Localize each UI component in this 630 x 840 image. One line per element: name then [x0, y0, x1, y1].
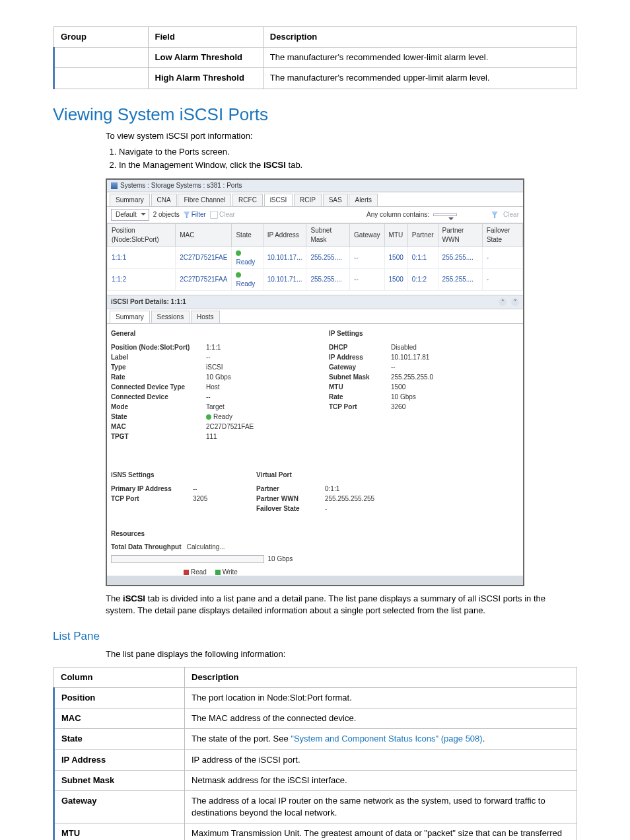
tab-iscsi[interactable]: iSCSI [264, 194, 293, 206]
th-column: Column [54, 667, 185, 687]
clear-link-right[interactable]: Clear [503, 210, 519, 219]
list-pane-heading: List Pane [53, 629, 577, 644]
tab-rcfc[interactable]: RCFC [232, 194, 263, 206]
list-pane-intro: The list pane displays the following inf… [106, 648, 577, 660]
cell-col: MTU [54, 823, 185, 840]
tab-rcip[interactable]: RCIP [294, 194, 322, 206]
cell-col: Gateway [54, 791, 185, 823]
cell-col: Subnet Mask [54, 770, 185, 790]
legend-write-icon [215, 570, 221, 575]
cell-field: High Alarm Threshold [148, 68, 263, 89]
grid-row[interactable]: 1:1:2 2C27D7521FAA Ready 10.101.71... 25… [108, 268, 523, 290]
top-table: Group Field Description Low Alarm Thresh… [53, 26, 577, 89]
nav-icons: ˄ ˅ [496, 297, 519, 307]
cell-col: IP Address [54, 749, 185, 770]
detail-tab-summary[interactable]: Summary [110, 311, 150, 323]
resources-heading: Resources [111, 529, 519, 539]
legend-write: Write [223, 568, 238, 576]
up-icon[interactable]: ˄ [499, 298, 507, 306]
col-mtu[interactable]: MTU [384, 223, 407, 247]
window-icon [111, 182, 118, 189]
col-partner[interactable]: Partner [407, 223, 438, 247]
steps-list: Navigate to the Ports screen. In the Man… [119, 146, 577, 171]
bar-max: 10 Gbps [268, 555, 293, 562]
cell-desc: Maximum Transmission Unit. The greatest … [185, 823, 577, 840]
detail-title: iSCSI Port Details: 1:1:1 ˄ ˅ [107, 295, 523, 309]
down-icon[interactable]: ˅ [511, 298, 519, 306]
col-mask[interactable]: Subnet Mask [306, 223, 350, 247]
filter-link-right[interactable] [491, 210, 499, 219]
port-grid: Position (Node:Slot:Port) MAC State IP A… [107, 223, 523, 291]
cell-col: MAC [54, 708, 185, 729]
cell-desc: The manufacturer's recommended upper-lim… [263, 68, 577, 89]
cell-col: State [54, 729, 185, 749]
cell-col: Position [54, 688, 185, 708]
detail-tabs: Summary Sessions Hosts [107, 309, 523, 324]
isns-heading: iSNS Settings [111, 471, 230, 480]
search-label: Any column contains: [367, 210, 429, 219]
resources-section: Resources Total Data Throughput Calculat… [107, 523, 523, 585]
col-gw[interactable]: Gateway [350, 223, 384, 247]
throughput-value: Calculating... [187, 543, 225, 551]
cell-desc: The manufacturer's recommended lower-lim… [263, 48, 577, 68]
grid-row[interactable]: 1:1:1 2C27D7521FAE Ready 10.101.17... 25… [108, 247, 523, 268]
toolbar: Default 2 objects Filter Clear Any colum… [107, 207, 523, 223]
ip-heading: IP Settings [329, 329, 448, 338]
main-tabs: Summary CNA Fibre Channel RCFC iSCSI RCI… [107, 192, 523, 207]
general-heading: General [111, 329, 302, 338]
col-pos[interactable]: Position (Node:Slot:Port) [108, 223, 176, 247]
body-para: The iSCSI tab is divided into a list pan… [106, 593, 577, 617]
step-1: Navigate to the Ports screen. [119, 146, 577, 158]
th-desc: Description [263, 27, 577, 48]
status-dot-icon [206, 414, 211, 420]
object-count: 2 objects [153, 210, 180, 219]
throughput-bar [111, 555, 264, 563]
view-dropdown[interactable]: Default [111, 209, 149, 221]
list-table: Column Description PositionThe port loca… [53, 667, 577, 840]
cell-desc: Netmask address for the iSCSI interface. [185, 770, 577, 790]
vp-heading: Virtual Port [256, 471, 375, 480]
embedded-screenshot: Systems : Storage Systems : s381 : Ports… [106, 178, 524, 586]
clear-link[interactable]: Clear [210, 210, 235, 219]
cell-field: Low Alarm Threshold [148, 48, 263, 68]
throughput-label: Total Data Throughput [111, 543, 181, 551]
th-group: Group [54, 27, 149, 48]
status-dot-icon [236, 272, 241, 278]
col-mac[interactable]: MAC [176, 223, 232, 247]
legend-read: Read [191, 568, 207, 576]
filter-icon [491, 211, 498, 218]
cell-group [54, 68, 149, 89]
col-ip[interactable]: IP Address [263, 223, 306, 247]
th-description: Description [185, 667, 577, 687]
th-field: Field [148, 27, 263, 48]
detail-tab-hosts[interactable]: Hosts [191, 311, 220, 323]
cell-desc: The address of a local IP router on the … [185, 791, 577, 823]
search-dropdown[interactable] [433, 213, 457, 216]
window-title: Systems : Storage Systems : s381 : Ports [107, 180, 523, 192]
cell-desc: The port location in Node:Slot:Port form… [185, 688, 577, 708]
col-state[interactable]: State [232, 223, 263, 247]
col-fail[interactable]: Failover State [482, 223, 522, 247]
legend-read-icon [184, 570, 189, 575]
tab-alerts[interactable]: Alerts [349, 194, 378, 206]
cell-group [54, 48, 149, 68]
section-heading: Viewing System iSCSI Ports [53, 102, 577, 126]
cell-desc: The state of the port. See "System and C… [185, 729, 577, 749]
clear-icon [210, 211, 218, 219]
status-icons-link[interactable]: "System and Component Status Icons" (pag… [291, 734, 482, 744]
filter-link[interactable]: Filter [184, 210, 206, 219]
step-2: In the Management Window, click the iSCS… [119, 159, 577, 171]
tab-fibre[interactable]: Fibre Channel [178, 194, 231, 206]
intro-text: To view system iSCSI port information: [106, 130, 577, 142]
tab-summary[interactable]: Summary [110, 194, 150, 206]
filter-icon [184, 211, 190, 218]
detail-panel: General Position (Node:Slot:Port)1:1:1 L… [107, 324, 523, 523]
col-pwwn[interactable]: Partner WWN [438, 223, 482, 247]
cell-desc: IP address of the iSCSI port. [185, 749, 577, 770]
cell-desc: The MAC address of the connected device. [185, 708, 577, 729]
status-dot-icon [236, 250, 241, 256]
detail-tab-sessions[interactable]: Sessions [151, 311, 190, 323]
tab-cna[interactable]: CNA [151, 194, 177, 206]
tab-sas[interactable]: SAS [323, 194, 348, 206]
